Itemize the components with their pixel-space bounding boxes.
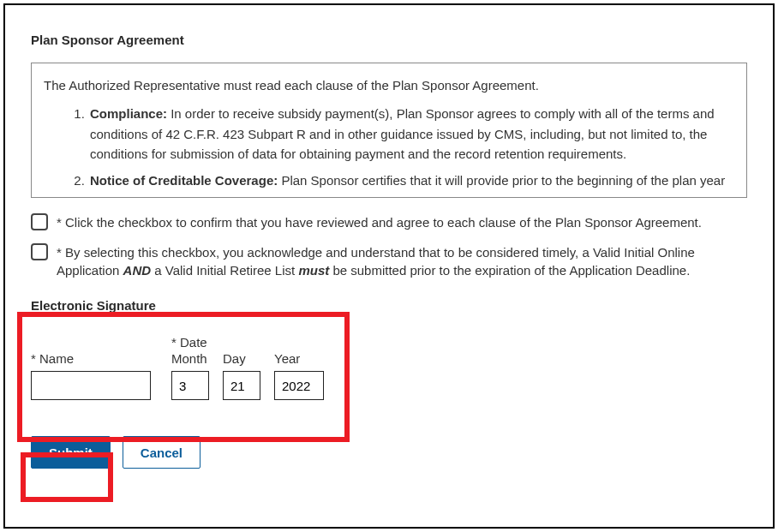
day-input[interactable] <box>223 371 260 400</box>
clause-1-title: Compliance: <box>90 106 167 121</box>
submit-button[interactable]: Submit <box>31 436 111 469</box>
timely-ack-p2: a Valid Initial Retiree List <box>151 263 298 278</box>
confirm-review-row: * Click the checkbox to confirm that you… <box>31 213 747 231</box>
clause-2-body: Plan Sponsor certifies that it will prov… <box>278 173 725 188</box>
month-col: Month <box>171 350 209 400</box>
clause-2-title: Notice of Creditable Coverage: <box>90 173 278 188</box>
day-col: Day <box>223 350 260 400</box>
agreement-scroll-pane[interactable]: The Authorized Representative must read … <box>31 63 747 198</box>
timely-ack-label: * By selecting this checkbox, you acknow… <box>57 243 747 279</box>
date-field-col: * Date Month Day Year <box>171 335 324 400</box>
confirm-review-checkbox[interactable] <box>31 213 48 230</box>
timely-ack-and: AND <box>123 263 152 278</box>
agreement-clause-2: Notice of Creditable Coverage: Plan Spon… <box>88 170 734 190</box>
electronic-signature-title: Electronic Signature <box>31 298 747 313</box>
agreement-clause-1: Compliance: In order to receive subsidy … <box>88 104 734 164</box>
button-row: Submit Cancel <box>31 436 747 469</box>
timely-ack-p3: be submitted prior to the expiration of … <box>329 263 690 278</box>
timely-ack-row: * By selecting this checkbox, you acknow… <box>31 243 747 279</box>
agreement-intro: The Authorized Representative must read … <box>44 75 734 95</box>
month-label: Month <box>171 351 209 366</box>
timely-ack-must: must <box>298 263 329 278</box>
date-group: Month Day Year <box>171 350 324 400</box>
agreement-clause-list: Compliance: In order to receive subsidy … <box>44 104 734 190</box>
electronic-signature-fields: * Name * Date Month Day Year <box>31 335 747 400</box>
timely-ack-checkbox[interactable] <box>31 243 48 260</box>
year-label: Year <box>274 351 324 366</box>
year-input[interactable] <box>274 371 324 400</box>
month-input[interactable] <box>171 371 209 400</box>
day-label: Day <box>223 351 260 366</box>
form-container: Plan Sponsor Agreement The Authorized Re… <box>3 3 775 529</box>
name-input[interactable] <box>31 371 151 400</box>
name-field-col: * Name <box>31 351 151 400</box>
confirm-review-label: * Click the checkbox to confirm that you… <box>57 213 747 231</box>
clause-1-body: In order to receive subsidy payment(s), … <box>90 106 715 161</box>
electronic-signature-section: Electronic Signature * Name * Date Month… <box>31 298 747 410</box>
year-col: Year <box>274 350 324 400</box>
page-title: Plan Sponsor Agreement <box>31 33 747 47</box>
date-label: * Date <box>171 335 324 350</box>
name-label: * Name <box>31 351 151 366</box>
cancel-button[interactable]: Cancel <box>123 436 200 469</box>
